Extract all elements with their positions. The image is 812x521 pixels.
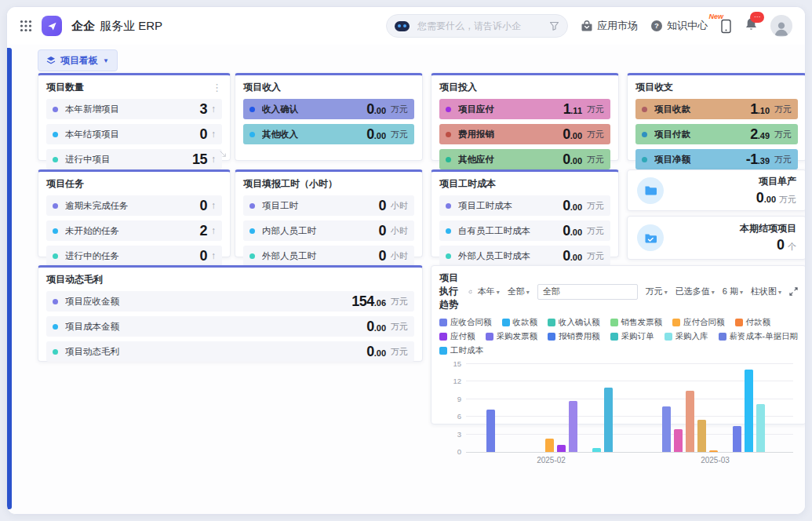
stat-label: 费用报销 [458,129,563,140]
legend-item[interactable]: 采购入库 [665,331,708,342]
stat-row[interactable]: 项目工时0小时 [243,195,414,216]
legend-item[interactable]: 收款额 [502,317,538,328]
stat-row[interactable]: 项目应付1.11万元 [439,99,610,119]
expand-icon[interactable] [789,287,798,296]
filter-scope[interactable]: 全部▾ [508,286,530,297]
stat-row[interactable]: 进行中项目15↑ [46,149,222,169]
chart-bar[interactable] [545,439,554,452]
chart-bar[interactable] [709,450,718,452]
stat-row[interactable]: 未开始的任务2↑ [46,220,222,241]
chart-bar[interactable] [756,404,765,452]
assistant-search[interactable] [386,14,568,38]
stat-row[interactable]: 本年新增项目3↑ [46,99,222,119]
legend-item[interactable]: 付款额 [735,317,771,328]
chart-bar[interactable] [604,388,613,452]
more-options-icon[interactable]: ⋮ [212,84,222,92]
legend-item[interactable]: 应付额 [439,331,475,342]
stat-label: 自有员工工时成本 [458,225,563,237]
nav-app-market[interactable]: 应用市场 [581,19,638,33]
search-input[interactable] [416,20,543,32]
stat-label: 外部人员工时成本 [458,250,563,262]
legend-item[interactable]: 采购发票额 [486,331,538,342]
card-title: 项目任务 [46,177,84,191]
user-avatar[interactable] [770,15,792,37]
resize-handle-icon[interactable] [219,150,227,158]
bullet-dot [446,157,451,162]
stat-row[interactable]: 项目付款2.49万元 [635,124,798,144]
stat-row[interactable]: 逾期未完成任务0↑ [46,195,222,216]
tab-project-board[interactable]: 项目看板 ▼ [38,49,118,71]
notifications[interactable]: ⋯ [745,17,758,35]
chart-bar[interactable] [733,426,741,452]
product-title-bold: 企企 [71,19,95,32]
filter-project-input[interactable] [537,284,638,300]
stat-row[interactable]: 项目收款1.10万元 [635,99,798,119]
stat-row[interactable]: 内部人员工时0小时 [243,220,414,241]
stat-row[interactable]: 自有员工工时成本0.00万元 [439,220,610,241]
stat-row[interactable]: 其他应付0.00万元 [439,149,610,169]
stat-row[interactable]: 进行中的任务0↑ [46,246,222,266]
trend-up-icon: ↑ [211,250,216,261]
legend-item[interactable]: 薪资成本-单据日期 [719,331,799,342]
nav-knowledge-center[interactable]: ? 知识中心 New [650,19,708,33]
chart-bar[interactable] [662,406,671,452]
bullet-dot [642,132,647,137]
mobile-phone-icon[interactable] [720,19,732,34]
stat-row[interactable]: 项目成本金额0.00万元 [46,316,414,337]
stat-row[interactable]: 收入确认0.00万元 [243,99,414,119]
stat-row[interactable]: 项目应收金额154.06万元 [46,291,414,312]
stat-unit: 万元 [587,250,604,262]
stat-label: 其他应付 [458,154,563,166]
legend-item[interactable]: 工时成本 [439,345,483,356]
filter-chart-type[interactable]: 柱状图▾ [751,286,781,297]
stat-row[interactable]: 外部人员工时0小时 [243,246,414,266]
app-grid-menu-icon[interactable] [20,20,32,32]
stat-row[interactable]: 费用报销0.00万元 [439,124,610,144]
stat-row[interactable]: 项目动态毛利0.00万元 [46,341,414,362]
card-closed-projects[interactable]: 本期结项项目 0个 [627,216,806,260]
refresh-icon[interactable] [468,287,472,297]
chart-bar[interactable] [697,420,706,452]
filter-unit[interactable]: 万元▾ [646,286,668,297]
legend-item[interactable]: 应付合同额 [672,317,725,328]
stat-unit: 万元 [587,225,604,237]
chart-bar[interactable] [592,448,601,452]
mini-card-value: 0个 [740,237,796,253]
chart-bar[interactable] [686,391,694,452]
collapsed-sidebar[interactable] [7,48,12,509]
chart-filters: 本年▾ 全部▾ 万元▾ 已选多值▾ 6 期▾ 柱状图▾ [478,284,798,300]
chart-bar[interactable] [557,445,566,452]
chart-bar[interactable] [486,410,495,452]
stat-row[interactable]: 外部人员工时成本0.00万元 [439,246,610,266]
stat-row[interactable]: 项目净额-1.39万元 [635,149,798,169]
chart-bar[interactable] [745,370,753,452]
filter-period[interactable]: 本年▾ [478,286,500,297]
app-logo[interactable] [42,16,62,36]
chart-bar[interactable] [569,401,577,452]
legend-item[interactable]: 应收合同额 [439,317,492,328]
filter-funnel-icon[interactable] [549,21,559,31]
stat-value: 0.00 [366,319,386,335]
filter-multi-select[interactable]: 已选多值▾ [675,286,715,297]
chevron-down-icon: ▼ [103,57,109,64]
stat-row[interactable]: 其他收入0.00万元 [243,124,414,144]
legend-item[interactable]: 收入确认额 [548,317,600,328]
stat-unit: 万元 [774,129,792,140]
stat-unit: 万元 [587,104,604,115]
card-title: 项目收支 [635,81,673,94]
legend-item[interactable]: 报销费用额 [548,331,600,342]
y-axis-tick: 0 [441,447,461,456]
filter-terms[interactable]: 6 期▾ [723,286,743,297]
chevron-down-icon: ▾ [526,289,530,296]
tab-label: 项目看板 [60,54,98,67]
legend-item[interactable]: 采购订单 [610,331,654,342]
stat-row[interactable]: 项目工时成本0.00万元 [439,195,610,216]
stat-row[interactable]: 本年结项项目0↑ [46,124,222,144]
stat-unit: 万元 [587,129,604,140]
legend-item[interactable]: 销售发票额 [610,317,663,328]
stat-value: 0.00 [563,223,582,239]
shopping-bag-icon [581,20,593,32]
chart-bar[interactable] [674,429,683,452]
card-project-unit-output[interactable]: 项目单产 0.00万元 [627,169,806,211]
bullet-dot [53,203,58,209]
